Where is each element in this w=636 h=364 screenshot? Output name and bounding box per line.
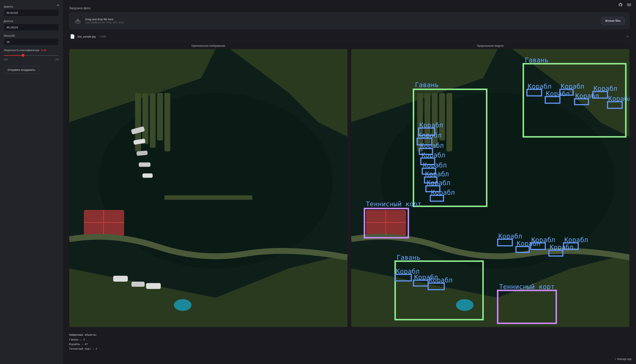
detection-item-1: Гавань — 3 [69,337,629,342]
svg-rect-25 [146,283,161,289]
svg-rect-36 [446,93,452,152]
svg-text:Корабл: Корабл [423,162,447,169]
sidebar: × Широта Долгота Масштаб Уверенность кла… [0,0,63,364]
file-row: 📄 test_sample.jpg 0.5MB × [69,32,629,41]
manage-app-label: Manage app [617,358,631,360]
file-size: 0.5MB [100,35,106,38]
svg-rect-20 [139,162,151,167]
browse-files-button[interactable]: Browse files [601,17,625,25]
original-image [69,49,348,327]
svg-rect-34 [432,93,438,148]
upload-sub-text: Limit 200MB per file • PNG, JPG, JPEG [85,21,598,24]
svg-text:Корабл: Корабл [560,82,584,90]
confidence-label: Уверенность классификатора [4,49,39,52]
svg-rect-2 [627,6,631,6]
submit-coordinates-button[interactable]: Отправить координаты [4,66,39,74]
chevron-left-icon: ‹ [615,358,616,361]
svg-point-40 [456,299,473,311]
svg-rect-10 [142,93,148,144]
svg-text:Теннисный корт: Теннисный корт [366,200,421,208]
svg-rect-13 [164,93,170,152]
file-icon: 📄 [70,34,75,39]
cloud-upload-icon [74,17,82,25]
menu-icon[interactable] [626,2,631,7]
svg-text:Теннисный корт: Теннисный корт [499,283,555,290]
svg-text:Корабл: Корабл [498,232,522,240]
upload-text-block: Drag and drop file here Limit 200MB per … [85,18,598,24]
prediction-image-section: Предсказание модели [351,44,629,327]
sidebar-close-button[interactable]: × [57,3,59,7]
latitude-label: Широта [4,5,59,8]
original-image-title: Оригинальное изображение [69,44,348,47]
svg-rect-22 [164,196,252,200]
top-bar [613,0,636,10]
main-content: Загрузите фото Drag and drop file here L… [63,0,636,364]
upload-main-text: Drag and drop file here [85,18,598,21]
upload-title: Загрузите фото [69,6,629,10]
original-image-section: Оригинальное изображение [69,44,348,327]
svg-text:Гавань: Гавань [525,56,548,64]
scale-input[interactable] [4,38,59,46]
longitude-input[interactable] [4,24,59,31]
manage-app-button[interactable]: ‹ Manage app [615,358,631,361]
svg-text:Корабл: Корабл [418,132,442,139]
confidence-value: 0.35 [41,49,46,52]
svg-text:Корабл: Корабл [431,188,455,196]
svg-rect-1 [627,4,631,5]
detection-results-title: Найденные объекты: [69,333,629,336]
github-icon[interactable] [618,2,623,7]
detection-item-2: Корабль — 47 [69,342,629,346]
scale-label: Масштаб [4,34,59,37]
svg-text:Корабл: Корабл [421,151,445,159]
svg-rect-0 [627,4,631,4]
svg-text:Корабл: Корабл [546,90,570,98]
latitude-input[interactable] [4,9,59,16]
longitude-label: Долгота [4,20,59,22]
confidence-min: 0.01 [4,58,8,61]
svg-rect-12 [157,93,163,141]
detection-results: Найденные объекты: Гавань — 3 Корабль — … [69,332,629,353]
confidence-slider[interactable] [4,55,59,56]
svg-text:Корабл: Корабл [425,170,449,178]
svg-rect-24 [131,282,145,287]
svg-rect-11 [150,93,156,148]
file-name: test_sample.jpg [78,35,96,38]
svg-text:Корабл: Корабл [564,236,588,244]
svg-text:Гавань: Гавань [415,81,439,88]
images-row: Оригинальное изображение [69,44,629,327]
app-layout: × Широта Долгота Масштаб Уверенность кла… [0,0,636,364]
svg-text:Корабл: Корабл [427,179,450,186]
confidence-max: 1.00 [55,58,59,61]
svg-rect-21 [142,173,153,178]
svg-point-26 [174,299,191,311]
svg-text:Корабл: Корабл [420,142,444,149]
svg-text:Корабл: Корабл [528,82,551,90]
svg-text:Корабл: Корабл [429,276,453,284]
upload-dropzone[interactable]: Drag and drop file here Limit 200MB per … [69,12,629,29]
svg-text:Корабл: Корабл [419,121,443,129]
prediction-image-title: Предсказание модели [351,44,629,47]
detection-item-3: Теннисный корт — 2 [69,346,629,351]
svg-text:Гавань: Гавань [396,254,420,261]
svg-text:Корабл: Корабл [608,95,629,102]
svg-rect-23 [113,276,128,282]
file-remove-button[interactable]: × [626,35,629,38]
prediction-image: Гавань Гавань Гавань Теннисный корт Тенн… [351,49,629,327]
svg-text:Корабл: Корабл [531,236,555,244]
confidence-section: Уверенность классификатора 0.35 0.01 1.0… [4,49,59,61]
svg-text:Корабл: Корабл [593,85,617,92]
